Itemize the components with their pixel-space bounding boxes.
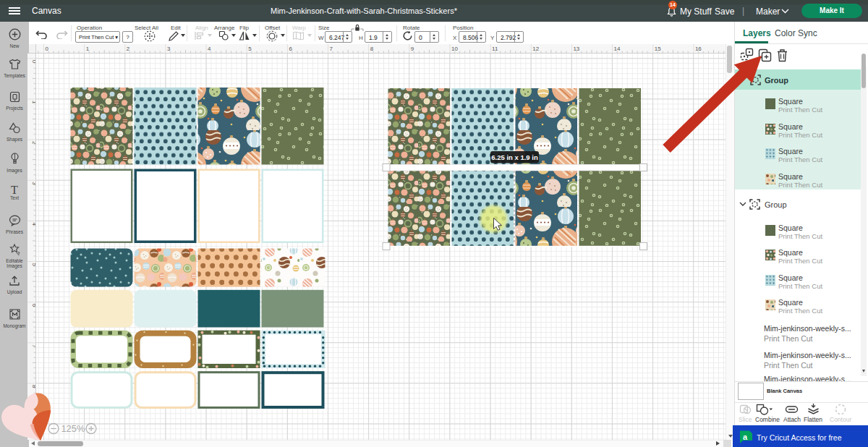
svg-text:4: 4 xyxy=(31,222,36,226)
svg-text:6: 6 xyxy=(31,304,36,307)
svg-text:9: 9 xyxy=(411,46,414,52)
svg-text:6.25 in x 1.9 in: 6.25 in x 1.9 in xyxy=(491,153,538,161)
svg-text:0: 0 xyxy=(31,60,36,64)
svg-text:2: 2 xyxy=(31,141,36,145)
svg-text:3: 3 xyxy=(167,46,171,52)
svg-text:7: 7 xyxy=(31,344,36,348)
svg-text:3: 3 xyxy=(31,182,36,185)
svg-text:11: 11 xyxy=(492,46,498,52)
svg-text:5: 5 xyxy=(31,263,36,267)
svg-text:5: 5 xyxy=(248,46,252,52)
svg-text:6: 6 xyxy=(289,46,292,52)
svg-text:8: 8 xyxy=(370,46,374,52)
svg-text:12: 12 xyxy=(532,46,539,52)
svg-text:7: 7 xyxy=(330,46,333,52)
svg-text:125%: 125% xyxy=(61,423,85,434)
svg-text:13: 13 xyxy=(573,46,579,52)
svg-text:1: 1 xyxy=(86,46,90,52)
svg-text:1: 1 xyxy=(31,101,36,104)
svg-text:4: 4 xyxy=(208,46,211,52)
svg-text:2: 2 xyxy=(127,46,130,52)
svg-text:14: 14 xyxy=(614,46,621,52)
svg-text:a: a xyxy=(743,432,748,440)
svg-text:10: 10 xyxy=(451,46,458,52)
svg-text:0: 0 xyxy=(46,46,49,52)
